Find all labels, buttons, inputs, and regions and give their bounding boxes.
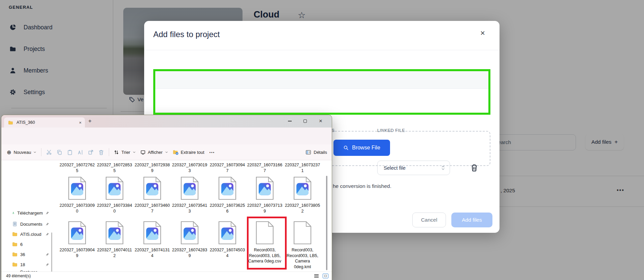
file-item-label[interactable]: 220327_16073625 6	[208, 203, 247, 214]
nav-item-5[interactable]: 36	[1, 250, 52, 259]
tab-close-icon[interactable]: ×	[79, 120, 82, 125]
extract-all-button[interactable]: Extraire tout	[173, 149, 204, 155]
details-label: Détails	[314, 150, 327, 155]
add-files-submit-button[interactable]: Add files	[451, 213, 492, 227]
cut-icon[interactable]	[46, 149, 52, 155]
document-icon	[12, 221, 18, 227]
file-icon-image[interactable]	[218, 221, 236, 245]
sort-arrows-icon	[114, 150, 119, 155]
explorer-toolbar: ⊕ Nouveau Trier Afficher	[1, 144, 332, 160]
display-icon	[140, 150, 146, 155]
files-table-header: NAME FORMAT OPTIONS LINKED FILE	[155, 71, 488, 89]
list-view-icon[interactable]	[314, 274, 319, 278]
file-icon-image[interactable]	[218, 176, 236, 200]
nav-item-1[interactable]: Téléchargem	[1, 208, 52, 218]
modal-title: Add files to project	[153, 30, 220, 39]
view-label: Afficher	[148, 150, 163, 155]
pin-icon	[45, 263, 49, 267]
file-explorer-window: ATIS_360 × + × ← → ↑ ↻ › ⋯ fichier › 360…	[1, 115, 332, 280]
explorer-addressbar: ← → ↑ ↻ › ⋯ fichier › 360 image data set…	[1, 128, 332, 144]
nav-item-3[interactable]: ATIS.cloud	[1, 229, 52, 239]
file-item-label[interactable]: 220327_16072938 9	[133, 162, 171, 173]
cancel-button[interactable]: Cancel	[412, 213, 446, 227]
explorer-tab[interactable]: ATIS_360 ×	[4, 117, 85, 128]
file-item-label[interactable]: 220327_16073460 7	[133, 203, 171, 214]
nav-item-label: ATIS.cloud	[20, 232, 41, 237]
screen: GENERAL DashboardProjectsMembersSettings…	[0, 0, 644, 280]
file-icon-image[interactable]	[256, 176, 274, 200]
copy-icon[interactable]	[57, 149, 62, 155]
file-area-scrollbar[interactable]	[326, 176, 327, 270]
nav-item-label: 6	[20, 242, 23, 247]
explorer-titlebar: ATIS_360 × + ×	[1, 115, 332, 128]
file-item-label[interactable]: 220327_16073166 7	[246, 162, 284, 173]
details-pane-button[interactable]: Détails	[305, 149, 327, 155]
file-icon-image[interactable]	[143, 221, 161, 245]
file-item-label[interactable]: Record003, Record003, LB5, Camera 0deg.k…	[283, 247, 322, 270]
conversion-note: he conversion is finished.	[333, 183, 391, 189]
nav-item-label: Documents	[20, 222, 42, 227]
nav-item-label: Téléchargem	[17, 211, 43, 216]
close-icon[interactable]: ×	[480, 29, 485, 37]
file-item-label[interactable]: 220327_16074011 2	[95, 247, 134, 258]
nav-item-6[interactable]: 18	[1, 260, 52, 269]
rename-icon[interactable]	[77, 149, 83, 155]
nav-item-label: 36	[20, 252, 25, 257]
browse-file-button[interactable]: Browse File	[333, 140, 390, 156]
sort-label: Trier	[121, 150, 130, 155]
file-icon-image[interactable]	[181, 176, 199, 200]
file-icon-image[interactable]	[181, 221, 199, 245]
file-icon-image[interactable]	[105, 221, 124, 245]
nav-item-4[interactable]: 6	[1, 240, 52, 249]
file-icon-image[interactable]	[105, 176, 124, 200]
select-chevrons-icon	[441, 165, 445, 170]
file-icon-image[interactable]	[143, 176, 161, 200]
file-icon-blank-doc[interactable]	[256, 221, 274, 245]
file-icon-image[interactable]	[293, 176, 312, 200]
modal-header-divider	[144, 50, 500, 50]
browse-file-label: Browse File	[352, 145, 380, 151]
file-icon-image[interactable]	[68, 176, 86, 200]
file-item-label[interactable]: 220327_16074503 4	[208, 247, 247, 258]
file-item-label[interactable]: 220327_16073713 9	[246, 203, 284, 214]
plus-circle-icon: ⊕	[7, 149, 11, 156]
file-item-label[interactable]: 220327_16073309 0	[58, 203, 96, 214]
share-icon[interactable]	[88, 149, 94, 155]
file-item-label[interactable]: 220327_16072853 5	[95, 162, 134, 173]
minimize-button[interactable]	[284, 117, 295, 125]
explorer-nav-pane: TéléchargemDocumentsATIS.cloud63618Captu…	[1, 160, 53, 272]
details-icon	[305, 149, 311, 155]
table-row: Riegl.zip 360° Images (Riegl) i Select f…	[155, 89, 488, 113]
paste-icon[interactable]	[67, 149, 73, 155]
new-label: Nouveau	[13, 150, 31, 155]
file-icon-image[interactable]	[68, 221, 86, 245]
chevron-down-icon	[33, 151, 36, 154]
file-item-label[interactable]: 220327_16073094 7	[208, 162, 247, 173]
file-item-label[interactable]: 220327_16073805 2	[283, 203, 322, 214]
chevron-down-icon	[133, 151, 136, 154]
file-item-label[interactable]: 220327_16073384 0	[95, 203, 134, 214]
file-item-label[interactable]: 220327_16073019 3	[170, 162, 209, 173]
new-tab-button[interactable]: +	[88, 118, 92, 124]
file-item-label[interactable]: 220327_16073237 1	[283, 162, 322, 173]
file-item-label[interactable]: 220327_16074283 9	[170, 247, 209, 258]
file-icon-blank-doc[interactable]	[293, 221, 312, 245]
sort-button[interactable]: Trier	[114, 150, 135, 155]
file-item-label[interactable]: 220327_16073541 3	[170, 203, 209, 214]
items-count: 49 élément(s)	[6, 274, 31, 278]
file-item-label[interactable]: 220327_16073904 9	[58, 247, 96, 258]
file-item-label[interactable]: Record003, Record003, LB5, Camera 0deg.c…	[246, 247, 284, 264]
folder-icon	[12, 231, 18, 237]
more-options-button[interactable]: ⋯	[209, 149, 215, 156]
delete-icon[interactable]	[98, 149, 104, 155]
thumbnail-view-icon[interactable]	[323, 274, 328, 278]
folder-icon	[12, 252, 18, 257]
new-button[interactable]: ⊕ Nouveau	[7, 149, 36, 156]
nav-item-2[interactable]: Documents	[1, 219, 52, 229]
view-button[interactable]: Afficher	[140, 150, 168, 155]
extract-icon	[173, 149, 179, 155]
maximize-button[interactable]	[300, 117, 311, 125]
file-item-label[interactable]: 220327_16072762 5	[58, 162, 96, 173]
file-item-label[interactable]: 220327_16074131 4	[133, 247, 171, 258]
window-close-button[interactable]: ×	[315, 117, 326, 125]
